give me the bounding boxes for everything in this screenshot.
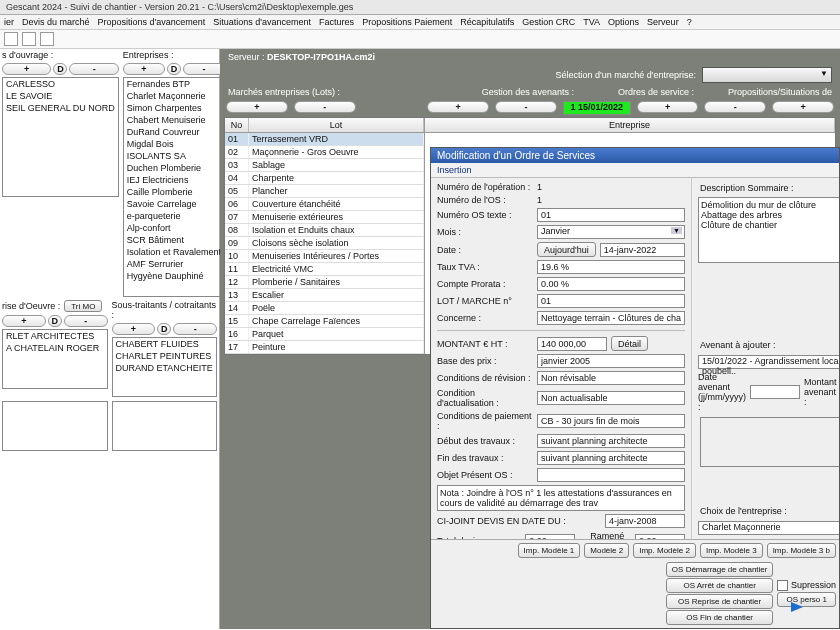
del-button[interactable]: D (157, 323, 171, 335)
desc-textarea[interactable]: Démolition du mur de clôture Abattage de… (698, 197, 839, 263)
minus-button[interactable]: - (69, 63, 118, 75)
table-row[interactable]: 12Plomberie / Sanitaires (225, 276, 424, 289)
table-row[interactable]: 01Terrassement VRD (225, 133, 424, 146)
minus-button[interactable]: - (704, 101, 766, 113)
avenant-dropdown[interactable]: 15/01/2022 - Agrandissement local poubel… (698, 355, 839, 369)
debut-input[interactable] (537, 434, 685, 448)
menu-item[interactable]: Gestion CRC (522, 17, 575, 27)
list-item[interactable]: SEIL GENERAL DU NORD (3, 102, 118, 114)
add-button[interactable]: + (637, 101, 699, 113)
list-item[interactable]: Alp-confort (124, 222, 224, 234)
list-item[interactable]: CHARLET PEINTURES (113, 350, 217, 362)
list-item[interactable]: Isolation et Ravalement (124, 246, 224, 258)
lot-input[interactable] (537, 294, 685, 308)
del-button[interactable]: D (48, 315, 62, 327)
minus-button[interactable]: - (173, 323, 217, 335)
list-item[interactable]: DuRand Couvreur (124, 126, 224, 138)
add-button[interactable]: + (2, 315, 46, 327)
table-row[interactable]: 03Sablage (225, 159, 424, 172)
table-row[interactable]: 04Charpente (225, 172, 424, 185)
list-st[interactable]: CHABERT FLUIDESCHARLET PEINTURESDURAND E… (112, 337, 218, 397)
menu-item[interactable]: ier (4, 17, 14, 27)
revision-input[interactable] (537, 371, 685, 385)
minus-button[interactable]: - (64, 315, 108, 327)
list-item[interactable]: CARLESSO (3, 78, 118, 90)
devis-date-input[interactable] (605, 514, 685, 528)
os-arret-button[interactable]: OS Arrêt de chantier (666, 578, 774, 593)
table-row[interactable]: 09Cloisons sèche isolation (225, 237, 424, 250)
table-row[interactable]: 14Poële (225, 302, 424, 315)
list-moe[interactable]: RLET ARCHITECTESA CHATELAIN ROGER (2, 329, 108, 389)
date-avenant-input[interactable] (750, 385, 800, 399)
add-button[interactable]: + (2, 63, 51, 75)
menu-item[interactable]: Serveur (647, 17, 679, 27)
imp-m3b-button[interactable]: Imp. Modèle 3 b (767, 543, 836, 558)
mois-dropdown[interactable]: Janvier (537, 225, 685, 239)
table-row[interactable]: 11Electricité VMC (225, 263, 424, 276)
list-item[interactable]: ISOLANTS SA (124, 150, 224, 162)
empty-list[interactable] (2, 401, 108, 451)
m2-button[interactable]: Modèle 2 (584, 543, 629, 558)
imp-m3-button[interactable]: Imp. Modèle 3 (700, 543, 763, 558)
marche-dropdown[interactable] (702, 67, 832, 83)
list-item[interactable]: SCR Bâtiment (124, 234, 224, 246)
minus-button[interactable]: - (294, 101, 356, 113)
menu-item[interactable]: Devis du marché (22, 17, 90, 27)
concerne-input[interactable] (537, 311, 685, 325)
list-item[interactable]: A CHATELAIN ROGER (3, 342, 107, 354)
prorata-input[interactable] (537, 277, 685, 291)
list-item[interactable]: IEJ Electriciens (124, 174, 224, 186)
minus-button[interactable]: - (495, 101, 557, 113)
list-item[interactable]: Simon Charpentes (124, 102, 224, 114)
os-demarrage-button[interactable]: OS Démarrage de chantier (666, 562, 774, 577)
today-button[interactable]: Aujourd'hui (537, 242, 596, 257)
entreprise-dropdown[interactable]: Charlet Maçonnerie (698, 521, 839, 535)
table-row[interactable]: 15Chape Carrelage Faïences (225, 315, 424, 328)
tool-icon[interactable] (4, 32, 18, 46)
list-item[interactable]: Fernandes BTP (124, 78, 224, 90)
actual-input[interactable] (537, 391, 685, 405)
tool-icon[interactable] (22, 32, 36, 46)
list-item[interactable]: AMF Serrurier (124, 258, 224, 270)
menu-item[interactable]: Situations d'avancement (213, 17, 311, 27)
add-button[interactable]: + (112, 323, 156, 335)
list-item[interactable]: Savoie Carrelage (124, 198, 224, 210)
menu-item[interactable]: Récapitulatifs (460, 17, 514, 27)
list-item[interactable]: DURAND ETANCHEITE (113, 362, 217, 374)
tva-input[interactable] (537, 260, 685, 274)
table-row[interactable]: 13Escalier (225, 289, 424, 302)
list-item[interactable]: CHABERT FLUIDES (113, 338, 217, 350)
add-button[interactable]: + (226, 101, 288, 113)
menu-item[interactable]: Factures (319, 17, 354, 27)
list-ent[interactable]: Fernandes BTPCharlet MaçonnerieSimon Cha… (123, 77, 225, 297)
list-mo[interactable]: CARLESSOLE SAVOIESEIL GENERAL DU NORD (2, 77, 119, 197)
table-row[interactable]: 02Maçonnerie - Gros Oeuvre (225, 146, 424, 159)
menu-item[interactable]: Propositions Paiement (362, 17, 452, 27)
table-row[interactable]: 08Isolation et Enduits chaux (225, 224, 424, 237)
menu-item[interactable]: TVA (583, 17, 600, 27)
montant-input[interactable] (537, 337, 607, 351)
empty-list[interactable] (112, 401, 218, 451)
menu-item[interactable]: ? (687, 17, 692, 27)
os-texte-input[interactable] (537, 208, 685, 222)
add-button[interactable]: + (427, 101, 489, 113)
tri-mo-button[interactable]: Tri MO (64, 300, 102, 312)
list-item[interactable]: Chabert Menuiserie (124, 114, 224, 126)
fin-input[interactable] (537, 451, 685, 465)
suppression-check[interactable]: Supression (777, 580, 836, 591)
menu-item[interactable]: Propositions d'avancement (98, 17, 206, 27)
list-item[interactable]: Duchen Plomberie (124, 162, 224, 174)
list-item[interactable]: Caille Plomberie (124, 186, 224, 198)
minus-button[interactable]: - (183, 63, 225, 75)
os-date-sel[interactable]: 1 15/01/2022 (563, 101, 631, 115)
list-item[interactable]: Migdal Bois (124, 138, 224, 150)
tool-icon[interactable] (40, 32, 54, 46)
table-row[interactable]: 07Menuiserie extérieures (225, 211, 424, 224)
imp-m2-button[interactable]: Imp. Modèle 2 (633, 543, 696, 558)
del-button[interactable]: D (53, 63, 67, 75)
paiement-input[interactable] (537, 414, 685, 428)
objet-input[interactable] (537, 468, 685, 482)
baseprix-input[interactable] (537, 354, 685, 368)
table-row[interactable]: 05Plancher (225, 185, 424, 198)
del-button[interactable]: D (167, 63, 181, 75)
